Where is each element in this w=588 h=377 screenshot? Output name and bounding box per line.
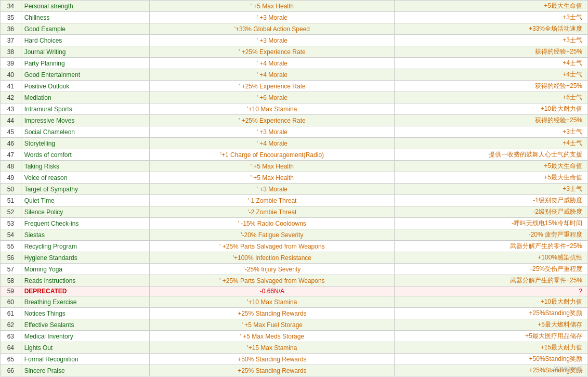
row-number: 42 bbox=[1, 92, 21, 103]
trait-effect: ' +5 Max Meds Storage bbox=[150, 331, 395, 342]
trait-name: Mediation bbox=[21, 92, 150, 103]
trait-name: Voice of reason bbox=[21, 172, 150, 184]
table-row: 48Taking Risks' +5 Max Health+5最大生命值 bbox=[1, 161, 588, 172]
table-row: 44Impressive Moves' +25% Experience Rate… bbox=[1, 115, 588, 126]
trait-effect: ' +5 Max Health bbox=[150, 1, 395, 12]
trait-effect: '+10 Max Stamina bbox=[150, 103, 395, 115]
trait-effect: +50% Standing Rewards bbox=[150, 354, 395, 365]
table-row: 58Reads instructions' +25% Parts Salvage… bbox=[1, 275, 588, 287]
table-row: 60Breathing Exercise'+10 Max Stamina+10最… bbox=[1, 296, 588, 308]
trait-cn: +3士气 bbox=[395, 12, 588, 23]
trait-effect: ' +25% Experience Rate bbox=[150, 115, 395, 126]
trait-cn: +10最大耐力值 bbox=[395, 296, 588, 308]
row-number: 64 bbox=[1, 342, 21, 354]
trait-effect: ' -15% Radio Cooldowns bbox=[150, 218, 395, 229]
trait-effect: '-25% Injury Severity bbox=[150, 264, 395, 275]
trait-effect: ' +4 Morale bbox=[150, 138, 395, 149]
trait-cn: +4士气 bbox=[395, 138, 588, 149]
trait-name: Positive Outlook bbox=[21, 81, 150, 92]
trait-cn: ? bbox=[395, 287, 588, 296]
trait-name: Siestas bbox=[21, 229, 150, 241]
trait-effect: ' +4 Morale bbox=[150, 58, 395, 69]
trait-name: Recycling Program bbox=[21, 241, 150, 252]
table-row: 43Intramural Sports'+10 Max Stamina+10最大… bbox=[1, 103, 588, 115]
table-row: 63Medical Inventory' +5 Max Meds Storage… bbox=[1, 331, 588, 342]
trait-name: Quiet Time bbox=[21, 195, 150, 206]
table-row: 66Sincere Praise+25% Standing Rewards+25… bbox=[1, 365, 588, 376]
trait-cn: +5最大燃料储存 bbox=[395, 319, 588, 331]
trait-effect: ' +3 Morale bbox=[150, 184, 395, 195]
row-number: 66 bbox=[1, 365, 21, 376]
trait-name: Formal Recognition bbox=[21, 354, 150, 365]
trait-effect: ' +25% Experience Rate bbox=[150, 46, 395, 58]
row-number: 39 bbox=[1, 58, 21, 69]
trait-name: Silence Policy bbox=[21, 206, 150, 218]
trait-effect: '-20% Fatigue Severity bbox=[150, 229, 395, 241]
trait-effect: '+33% Global Action Speed bbox=[150, 23, 395, 35]
row-number: 55 bbox=[1, 241, 21, 252]
row-number: 44 bbox=[1, 115, 21, 126]
table-row: 59DEPRECATED-0.66N/A? bbox=[1, 287, 588, 296]
row-number: 54 bbox=[1, 229, 21, 241]
trait-name: Morning Yoga bbox=[21, 264, 150, 275]
trait-name: Storytelling bbox=[21, 138, 150, 149]
row-number: 38 bbox=[1, 46, 21, 58]
trait-cn: +6士气 bbox=[395, 92, 588, 103]
trait-effect: '+15 Max Stamina bbox=[150, 342, 395, 354]
trait-cn: +50%Standing奖励 bbox=[395, 354, 588, 365]
trait-cn: +5最大生命值 bbox=[395, 172, 588, 184]
table-row: 49Voice of reason' +5 Max Health+5最大生命值 bbox=[1, 172, 588, 184]
trait-cn: +3士气 bbox=[395, 184, 588, 195]
row-number: 45 bbox=[1, 126, 21, 138]
trait-effect: '+1 Charge of Encouragement(Radio) bbox=[150, 149, 395, 161]
table-row: 34Personal strength' +5 Max Health+5最大生命… bbox=[1, 1, 588, 12]
trait-effect: ' +6 Morale bbox=[150, 92, 395, 103]
trait-cn: -1级别丧尸威胁度 bbox=[395, 195, 588, 206]
trait-name: Frequent Check-ins bbox=[21, 218, 150, 229]
row-number: 57 bbox=[1, 264, 21, 275]
trait-cn: -20% 疲劳严重程度 bbox=[395, 229, 588, 241]
trait-cn: -2级别丧尸威胁度 bbox=[395, 206, 588, 218]
trait-effect: -0.66N/A bbox=[150, 287, 395, 296]
row-number: 61 bbox=[1, 308, 21, 319]
row-number: 53 bbox=[1, 218, 21, 229]
trait-effect: ' +5 Max Health bbox=[150, 172, 395, 184]
trait-cn: +4士气 bbox=[395, 69, 588, 81]
trait-effect: +25% Standing Rewards bbox=[150, 365, 395, 376]
trait-cn: +4士气 bbox=[395, 58, 588, 69]
trait-name: Hygiene Standards bbox=[21, 252, 150, 264]
trait-cn: +3士气 bbox=[395, 35, 588, 46]
row-number: 49 bbox=[1, 172, 21, 184]
table-row: 56Hygiene Standards'+100% Infection Resi… bbox=[1, 252, 588, 264]
table-row: 52Silence Policy'-2 Zombie Threat-2级别丧尸威… bbox=[1, 206, 588, 218]
table-row: 64Lights Out'+15 Max Stamina+15最大耐力值 bbox=[1, 342, 588, 354]
trait-cn: 提供一收费的鼓舞人心士气的支援 bbox=[395, 149, 588, 161]
row-number: 62 bbox=[1, 319, 21, 331]
trait-effect: ' +25% Parts Salvaged from Weapons bbox=[150, 275, 395, 287]
table-row: 47Words of comfort'+1 Charge of Encourag… bbox=[1, 149, 588, 161]
trait-name: Lights Out bbox=[21, 342, 150, 354]
trait-effect: ' +3 Morale bbox=[150, 12, 395, 23]
table-row: 40Good Entertainment' +4 Morale+4士气 bbox=[1, 69, 588, 81]
trait-effect: '-2 Zombie Threat bbox=[150, 206, 395, 218]
table-row: 46Storytelling' +4 Morale+4士气 bbox=[1, 138, 588, 149]
trait-cn: 武器分解产生的零件+25% bbox=[395, 275, 588, 287]
trait-effect: '+10 Max Stamina bbox=[150, 296, 395, 308]
trait-cn: +33%全场活动速度 bbox=[395, 23, 588, 35]
trait-cn: 获得的经验+25% bbox=[395, 46, 588, 58]
trait-effect: ' +25% Experience Rate bbox=[150, 81, 395, 92]
trait-cn: +15最大耐力值 bbox=[395, 342, 588, 354]
trait-cn: +100%感染抗性 bbox=[395, 252, 588, 264]
trait-cn: +5最大医疗用品储存 bbox=[395, 331, 588, 342]
trait-name: Breathing Exercise bbox=[21, 296, 150, 308]
row-number: 58 bbox=[1, 275, 21, 287]
row-number: 56 bbox=[1, 252, 21, 264]
row-number: 60 bbox=[1, 296, 21, 308]
trait-name: Medical Inventory bbox=[21, 331, 150, 342]
trait-name: DEPRECATED bbox=[21, 287, 150, 296]
table-row: 53Frequent Check-ins' -15% Radio Cooldow… bbox=[1, 218, 588, 229]
row-number: 65 bbox=[1, 354, 21, 365]
trait-cn: +25%Standing奖励 bbox=[395, 308, 588, 319]
trait-name: Intramural Sports bbox=[21, 103, 150, 115]
trait-name: Words of comfort bbox=[21, 149, 150, 161]
